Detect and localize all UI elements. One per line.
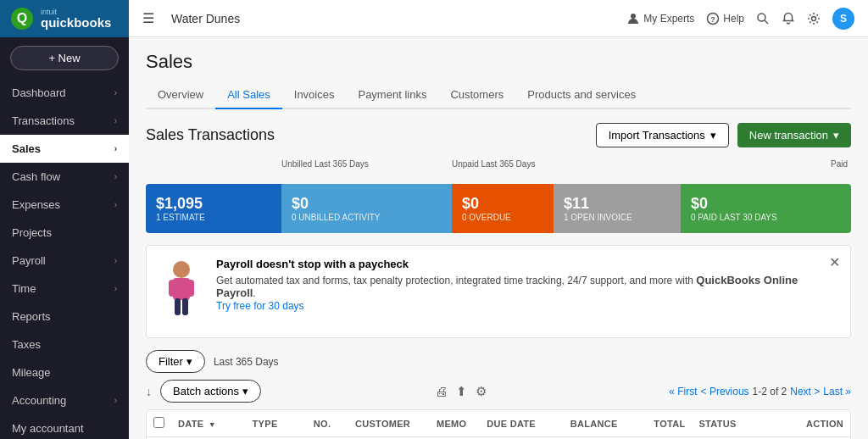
chevron-icon: › (114, 172, 117, 181)
sidebar-item-reports[interactable]: Reports (0, 303, 129, 331)
quickbooks-logo-icon: Q (10, 7, 34, 31)
sidebar-item-cash-flow[interactable]: Cash flow› (0, 163, 129, 191)
settings-table-icon[interactable]: ⚙ (476, 384, 487, 399)
chevron-icon: › (114, 284, 117, 293)
sidebar-logo: Q intuit quickbooks (0, 0, 129, 37)
open-invoice-amount: $11 (564, 195, 670, 213)
new-transaction-button[interactable]: New transaction ▾ (737, 123, 851, 147)
next-page-link[interactable]: Next > (790, 386, 820, 397)
sidebar-item-accounting[interactable]: Accounting› (0, 386, 129, 414)
th-due-date: DUE DATE (480, 410, 554, 437)
svg-point-2 (631, 14, 636, 19)
table-header-row: DATE ▼ TYPE NO. CUSTOMER MEMO DUE DATE B… (147, 410, 850, 437)
overdue-amount: $0 (462, 195, 543, 213)
sidebar: Q intuit quickbooks + New Dashboard›Tran… (0, 0, 129, 439)
page-title: Sales (146, 51, 851, 73)
sidebar-item-projects[interactable]: Projects (0, 219, 129, 247)
overdue-card[interactable]: $0 0 OVERDUE (452, 184, 554, 233)
sidebar-item-payroll[interactable]: Payroll› (0, 247, 129, 275)
sidebar-label: My accountant (12, 422, 84, 435)
sidebar-item-expenses[interactable]: Expenses› (0, 191, 129, 219)
open-invoice-card[interactable]: $11 1 OPEN INVOICE (554, 184, 681, 233)
tabs-bar: OverviewAll SalesInvoicesPayment linksCu… (146, 81, 851, 109)
overdue-sub: 0 OVERDUE (462, 213, 543, 222)
previous-page-link[interactable]: < Previous (701, 386, 749, 397)
th-balance: BALANCE (554, 410, 625, 437)
company-name: Water Dunes (171, 12, 613, 25)
sidebar-item-transactions[interactable]: Transactions› (0, 107, 129, 135)
estimate-amount: $1,095 (156, 195, 271, 213)
export-icon[interactable]: ⬆ (456, 384, 467, 399)
payroll-close-button[interactable]: ✕ (829, 254, 840, 270)
svg-point-7 (812, 16, 816, 20)
filter-chevron-icon: ▾ (186, 355, 192, 368)
tab-payment-links[interactable]: Payment links (346, 81, 438, 109)
user-avatar[interactable]: S (832, 8, 854, 30)
tab-overview[interactable]: Overview (146, 81, 215, 109)
sidebar-item-sales[interactable]: Sales› (0, 135, 129, 163)
svg-rect-10 (169, 280, 175, 297)
sidebar-label: Payroll (12, 254, 46, 267)
summary-cards: $1,095 1 ESTIMATE $0 0 UNBILLED ACTIVITY… (146, 184, 851, 233)
settings-button[interactable] (807, 12, 821, 25)
pagination: « First < Previous 1-2 of 2 Next > Last … (669, 386, 851, 397)
print-icon[interactable]: 🖨 (435, 384, 448, 398)
my-experts-button[interactable]: My Experts (626, 12, 694, 25)
transactions-table-wrap: DATE ▼ TYPE NO. CUSTOMER MEMO DUE DATE B… (146, 409, 851, 439)
svg-rect-12 (175, 298, 181, 315)
batch-row: ↓ Batch actions ▾ 🖨 ⬆ ⚙ « First < Previo… (146, 380, 851, 403)
unbilled-card[interactable]: $0 0 UNBILLED ACTIVITY (281, 184, 452, 233)
sidebar-item-taxes[interactable]: Taxes (0, 331, 129, 358)
search-icon (756, 12, 770, 25)
paid-amount: $0 (691, 195, 841, 213)
sidebar-item-dashboard[interactable]: Dashboard› (0, 79, 129, 107)
tab-all-sales[interactable]: All Sales (215, 81, 282, 109)
unbilled-sub: 0 UNBILLED ACTIVITY (292, 213, 442, 222)
svg-point-5 (758, 14, 765, 21)
transactions-table: DATE ▼ TYPE NO. CUSTOMER MEMO DUE DATE B… (147, 410, 850, 439)
th-checkbox (147, 410, 171, 437)
tab-invoices[interactable]: Invoices (282, 81, 347, 109)
filter-button[interactable]: Filter ▾ (146, 350, 205, 373)
payroll-trial-link[interactable]: Try free for 30 days (216, 300, 304, 312)
hamburger-icon[interactable]: ☰ (142, 10, 154, 26)
sidebar-item-my-accountant[interactable]: My accountant (0, 414, 129, 439)
sidebar-item-time[interactable]: Time› (0, 275, 129, 303)
sidebar-label: Time (12, 282, 36, 295)
sidebar-label: Reports (12, 310, 51, 323)
filter-label: Last 365 Days (214, 356, 279, 368)
paid-card[interactable]: $0 0 PAID LAST 30 DAYS (681, 184, 851, 233)
first-page-link[interactable]: « First (669, 386, 697, 397)
new-button[interactable]: + New (10, 46, 119, 70)
content-area: Sales OverviewAll SalesInvoicesPayment l… (129, 37, 868, 439)
select-all-checkbox[interactable] (153, 417, 164, 428)
last-page-link[interactable]: Last » (823, 386, 851, 397)
filter-row: Filter ▾ Last 365 Days (146, 350, 851, 373)
search-button[interactable] (756, 12, 770, 25)
batch-chevron-icon: ▾ (242, 385, 248, 397)
estimate-card[interactable]: $1,095 1 ESTIMATE (146, 184, 281, 233)
batch-actions-button[interactable]: Batch actions ▾ (160, 380, 261, 403)
payroll-title: Payroll doesn't stop with a paycheck (216, 258, 409, 270)
sidebar-item-mileage[interactable]: Mileage (0, 358, 129, 386)
th-no: NO. (307, 410, 348, 437)
quickbooks-label: quickbooks (41, 15, 111, 30)
paid-label: Paid (681, 159, 848, 169)
unbilled-amount: $0 (292, 195, 442, 213)
tab-customers[interactable]: Customers (438, 81, 515, 109)
help-button[interactable]: ? Help (706, 12, 744, 25)
bell-icon (782, 12, 795, 25)
topbar-actions: My Experts ? Help S (626, 8, 854, 30)
import-transactions-button[interactable]: Import Transactions ▾ (596, 123, 729, 147)
sidebar-label: Transactions (12, 114, 75, 127)
th-type: TYPE (246, 410, 307, 437)
th-customer: CUSTOMER (348, 410, 430, 437)
th-status: STATUS (692, 410, 750, 437)
tab-products-and-services[interactable]: Products and services (515, 81, 648, 109)
th-memo: MEMO (430, 410, 480, 437)
sidebar-label: Projects (12, 226, 52, 239)
section-header: Sales Transactions Import Transactions ▾… (146, 123, 851, 147)
chevron-down-icon: ▾ (710, 129, 716, 142)
notifications-button[interactable] (782, 12, 795, 25)
th-date[interactable]: DATE ▼ (171, 410, 246, 437)
